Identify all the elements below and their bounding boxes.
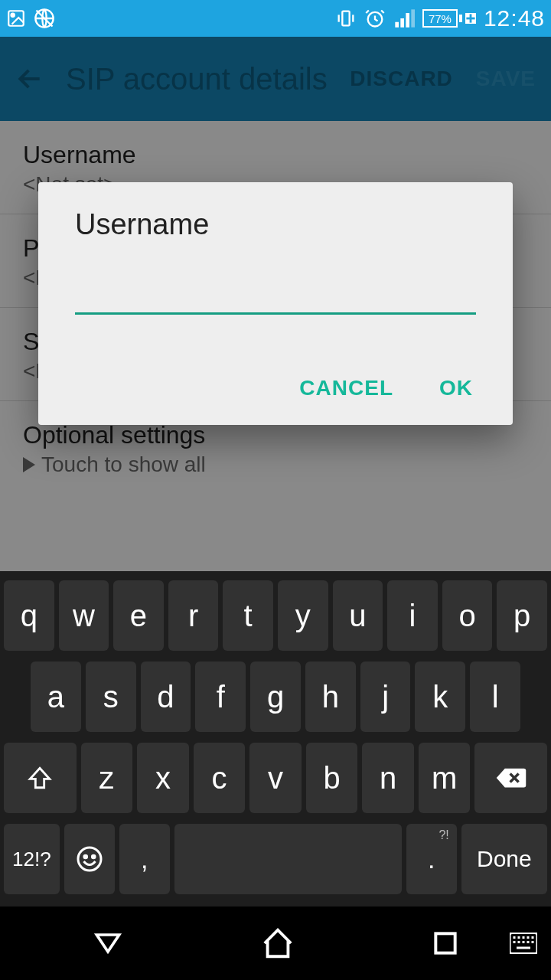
key-v[interactable]: v xyxy=(249,743,302,813)
key-s[interactable]: s xyxy=(86,662,136,732)
key-h[interactable]: h xyxy=(305,662,356,732)
key-z[interactable]: z xyxy=(81,743,133,813)
period-label: . xyxy=(428,844,435,874)
done-key[interactable]: Done xyxy=(461,824,547,894)
key-c[interactable]: c xyxy=(194,743,246,813)
key-l[interactable]: l xyxy=(470,662,520,732)
key-j[interactable]: j xyxy=(360,662,411,732)
symbols-key[interactable]: 12!? xyxy=(4,824,60,894)
svg-point-15 xyxy=(84,855,87,858)
svg-rect-20 xyxy=(514,936,516,939)
svg-rect-21 xyxy=(518,936,520,939)
nav-home-icon[interactable] xyxy=(260,926,295,961)
username-dialog: Username CANCEL OK xyxy=(38,182,513,425)
comma-key[interactable]: , xyxy=(119,824,170,894)
period-superscript: ?! xyxy=(439,828,448,842)
status-bar: 77% 12:48 xyxy=(0,0,551,37)
svg-rect-30 xyxy=(517,947,530,949)
key-b[interactable]: b xyxy=(306,743,358,813)
svg-rect-22 xyxy=(523,936,525,939)
svg-rect-4 xyxy=(342,11,349,26)
vibrate-icon xyxy=(335,8,357,29)
nav-recent-icon[interactable] xyxy=(431,929,460,958)
cancel-button[interactable]: CANCEL xyxy=(299,376,393,400)
battery-icon: 77% xyxy=(422,9,476,28)
navigation-bar xyxy=(0,906,551,980)
period-key[interactable]: ?! . xyxy=(406,824,457,894)
key-x[interactable]: x xyxy=(137,743,189,813)
key-y[interactable]: y xyxy=(278,580,328,651)
svg-rect-0 xyxy=(8,11,24,26)
alarm-icon xyxy=(364,8,386,29)
key-o[interactable]: o xyxy=(442,580,493,651)
emoji-key[interactable] xyxy=(64,824,115,894)
svg-point-1 xyxy=(11,14,15,17)
dialog-title: Username xyxy=(75,208,476,241)
key-k[interactable]: k xyxy=(415,662,465,732)
key-i[interactable]: i xyxy=(387,580,438,651)
key-w[interactable]: w xyxy=(59,580,109,651)
backspace-key[interactable] xyxy=(474,743,547,813)
svg-rect-27 xyxy=(523,941,525,943)
svg-rect-28 xyxy=(527,941,530,943)
svg-point-14 xyxy=(78,848,101,871)
nav-ime-icon[interactable] xyxy=(510,933,537,954)
image-icon xyxy=(6,8,26,28)
key-d[interactable]: d xyxy=(141,662,191,732)
svg-rect-18 xyxy=(436,933,455,952)
nav-back-icon[interactable] xyxy=(91,926,125,960)
svg-marker-17 xyxy=(96,935,119,952)
soft-keyboard: qwertyuiop asdfghjkl zxcvbnm 12!? , ?! .… xyxy=(0,571,551,906)
key-f[interactable]: f xyxy=(195,662,246,732)
svg-rect-23 xyxy=(527,936,530,939)
svg-rect-26 xyxy=(518,941,520,943)
key-g[interactable]: g xyxy=(250,662,301,732)
key-m[interactable]: m xyxy=(419,743,471,813)
battery-percent: 77% xyxy=(422,9,458,28)
svg-point-16 xyxy=(92,855,95,858)
svg-rect-24 xyxy=(532,936,534,939)
shift-key[interactable] xyxy=(4,743,77,813)
key-a[interactable]: a xyxy=(31,662,81,732)
signal-icon xyxy=(393,8,415,29)
key-t[interactable]: t xyxy=(223,580,273,651)
svg-rect-29 xyxy=(532,941,534,943)
ok-button[interactable]: OK xyxy=(439,376,473,400)
status-time: 12:48 xyxy=(484,5,545,31)
key-q[interactable]: q xyxy=(4,580,54,651)
key-p[interactable]: p xyxy=(497,580,547,651)
key-r[interactable]: r xyxy=(168,580,219,651)
no-network-icon xyxy=(34,8,55,29)
key-n[interactable]: n xyxy=(362,743,414,813)
username-input[interactable] xyxy=(75,284,476,315)
space-key[interactable] xyxy=(174,824,402,894)
svg-rect-25 xyxy=(514,941,516,943)
key-e[interactable]: e xyxy=(113,580,164,651)
key-u[interactable]: u xyxy=(333,580,383,651)
